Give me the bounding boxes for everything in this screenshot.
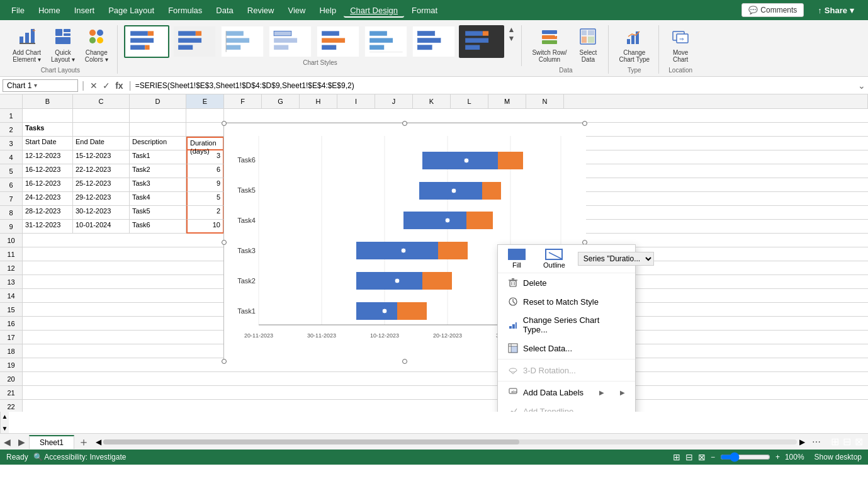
quick-layout-button[interactable]: QuickLayout ▾ xyxy=(47,25,79,65)
hscroll-left[interactable]: ◀ xyxy=(93,438,103,446)
cell-e2[interactable] xyxy=(186,123,224,137)
cell-c6[interactable]: 25-12-2023 xyxy=(73,178,130,192)
outline-button[interactable]: Outline xyxy=(538,247,570,270)
chart-style-1[interactable] xyxy=(124,25,169,58)
cell-b8[interactable]: 28-12-2023 xyxy=(23,206,73,220)
add-chart-element-button[interactable]: + Add ChartElement ▾ xyxy=(9,25,45,65)
ctx-select-data[interactable]: Select Data... xyxy=(498,339,635,358)
chart-style-6[interactable] xyxy=(363,25,409,58)
cell-e9[interactable]: 10 xyxy=(186,220,224,234)
insert-function-icon[interactable]: fx xyxy=(113,81,125,91)
handle-bm[interactable] xyxy=(402,359,407,364)
sheet-tab-sheet1[interactable]: Sheet1 xyxy=(29,435,74,449)
cell-d9[interactable]: Task6 xyxy=(130,220,186,234)
page-layout-view-icon[interactable]: ⊟ xyxy=(843,436,851,448)
scroll-up-arrow[interactable]: ▲ xyxy=(1,412,9,421)
scroll-sheets-left[interactable]: ◀ xyxy=(0,437,14,447)
col-header-n[interactable]: N xyxy=(526,94,564,108)
page-break-preview-button[interactable]: ⊠ xyxy=(698,452,706,462)
hscroll-right[interactable]: ▶ xyxy=(797,438,807,446)
cell-c4[interactable]: 15-12-2023 xyxy=(73,150,130,164)
cell-c1[interactable] xyxy=(73,109,130,123)
cell-d3[interactable]: Description xyxy=(130,137,186,150)
share-button[interactable]: ↑ Share ▾ xyxy=(809,3,863,18)
formula-bar-expand-icon[interactable]: ⌄ xyxy=(858,81,865,91)
menu-home[interactable]: Home xyxy=(32,3,67,18)
cell-c7[interactable]: 29-12-2023 xyxy=(73,192,130,206)
page-layout-view-button[interactable]: ⊟ xyxy=(685,452,693,462)
col-header-b[interactable]: B xyxy=(23,94,73,108)
cell-d4[interactable]: Task1 xyxy=(130,150,186,164)
select-data-button[interactable]: SelectData xyxy=(573,25,603,65)
more-sheets-options[interactable]: ⋯ xyxy=(807,437,826,447)
vertical-scrollbar[interactable]: ▲ ▼ xyxy=(0,412,9,433)
menu-help[interactable]: Help xyxy=(313,3,342,18)
col-header-f[interactable]: F xyxy=(224,94,262,108)
cell-b4[interactable]: 12-12-2023 xyxy=(23,150,73,164)
col-header-m[interactable]: M xyxy=(488,94,526,108)
chart-style-5[interactable] xyxy=(315,25,361,58)
handle-tr[interactable] xyxy=(582,121,587,126)
cell-b3[interactable]: Start Date xyxy=(23,137,73,150)
cell-c5[interactable]: 22-12-2023 xyxy=(73,164,130,178)
cancel-formula-icon[interactable]: ✕ xyxy=(88,81,99,91)
menu-chart-design[interactable]: Chart Design xyxy=(344,3,404,18)
cell-b1[interactable] xyxy=(23,109,73,123)
cell-d2[interactable] xyxy=(130,123,186,137)
cell-d5[interactable]: Task2 xyxy=(130,164,186,178)
normal-view-button[interactable]: ⊞ xyxy=(673,452,680,462)
scroll-down-arrow[interactable]: ▼ xyxy=(1,424,9,433)
cell-c9[interactable]: 10-01-2024 xyxy=(73,220,130,234)
normal-view-icon[interactable]: ⊞ xyxy=(831,436,839,448)
fill-button[interactable]: Fill xyxy=(503,247,531,270)
col-header-k[interactable]: K xyxy=(413,94,451,108)
change-colors-button[interactable]: ChangeColors ▾ xyxy=(81,25,112,65)
cell-b2[interactable]: Tasks xyxy=(23,123,73,137)
cell-c3[interactable]: End Date xyxy=(73,137,130,150)
col-header-g[interactable]: G xyxy=(262,94,300,108)
add-sheet-button[interactable]: ＋ xyxy=(74,434,93,450)
menu-insert[interactable]: Insert xyxy=(68,3,101,18)
menu-view[interactable]: View xyxy=(281,3,312,18)
handle-tl[interactable] xyxy=(222,121,227,126)
zoom-slider[interactable] xyxy=(720,452,770,462)
menu-file[interactable]: File xyxy=(5,3,31,18)
change-chart-type-button[interactable]: ChangeChart Type xyxy=(615,25,653,65)
handle-ml[interactable] xyxy=(222,240,227,245)
hscroll-thumb[interactable] xyxy=(103,439,519,444)
cell-e8[interactable]: 2 xyxy=(186,206,224,220)
cell-d7[interactable]: Task4 xyxy=(130,192,186,206)
handle-bl[interactable] xyxy=(222,359,227,364)
menu-data[interactable]: Data xyxy=(210,3,239,18)
col-header-i[interactable]: I xyxy=(337,94,375,108)
handle-tm[interactable] xyxy=(402,121,407,126)
show-desktop-label[interactable]: Show desktop xyxy=(809,453,862,461)
cell-b6[interactable]: 16-12-2023 xyxy=(23,178,73,192)
menu-formulas[interactable]: Formulas xyxy=(162,3,208,18)
cell-e4[interactable]: 3 xyxy=(186,150,224,164)
series-selector[interactable]: Series "Duratio... xyxy=(578,252,654,266)
cell-e6[interactable]: 9 xyxy=(186,178,224,192)
col-header-c[interactable]: C xyxy=(73,94,130,108)
menu-page-layout[interactable]: Page Layout xyxy=(102,3,161,18)
cell-e1[interactable] xyxy=(186,109,224,123)
chart-style-7[interactable] xyxy=(411,25,456,58)
cell-e7[interactable]: 5 xyxy=(186,192,224,206)
name-box-dropdown-icon[interactable]: ▾ xyxy=(34,82,37,89)
col-header-e[interactable]: E xyxy=(186,94,224,108)
col-header-h[interactable]: H xyxy=(300,94,337,108)
ctx-add-data-labels[interactable]: abc Add Data Labels ▶ xyxy=(498,383,635,402)
cell-c2[interactable] xyxy=(73,123,130,137)
col-header-d[interactable]: D xyxy=(130,94,186,108)
chart-styles-scroll-down[interactable]: ▲ ▼ xyxy=(507,25,517,43)
hscroll-track[interactable] xyxy=(103,439,797,444)
switch-row-column-button[interactable]: ⇄ Switch Row/Column xyxy=(528,25,570,65)
col-header-j[interactable]: J xyxy=(375,94,413,108)
formula-input[interactable] xyxy=(135,81,855,90)
col-header-l[interactable]: L xyxy=(451,94,488,108)
confirm-formula-icon[interactable]: ✓ xyxy=(101,81,112,91)
comments-button[interactable]: 💬 Comments xyxy=(741,3,804,17)
ctx-change-series-type[interactable]: Change Series Chart Type... xyxy=(498,311,635,339)
cell-d8[interactable]: Task5 xyxy=(130,206,186,220)
cell-d1[interactable] xyxy=(130,109,186,123)
